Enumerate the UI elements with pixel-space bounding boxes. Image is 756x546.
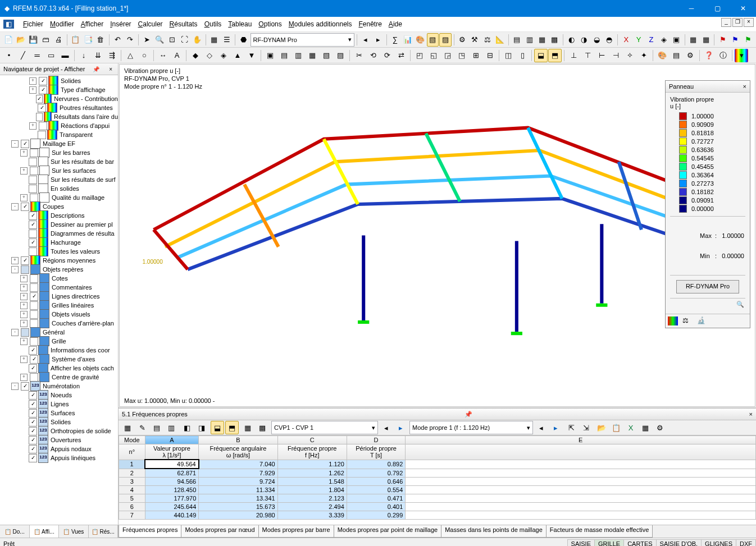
tt-f-icon[interactable]: ▩ xyxy=(256,421,269,434)
tt-d-icon[interactable]: ◨ xyxy=(195,421,208,434)
load2-icon[interactable]: ⇊ xyxy=(91,49,104,62)
expand-icon[interactable]: - xyxy=(11,203,19,210)
text-icon[interactable]: A xyxy=(170,49,184,62)
app-menu-icon[interactable]: ◧ xyxy=(3,20,14,29)
expand-icon[interactable]: + xyxy=(11,257,19,264)
menu-insérer[interactable]: Insérer xyxy=(107,19,134,29)
tree-item[interactable]: +Solides xyxy=(0,76,118,85)
ax2-icon[interactable]: ⊤ xyxy=(581,49,594,62)
table-tab[interactable]: Masses dans les points de maillage xyxy=(441,525,546,538)
navigator-pin-icon[interactable]: 📌 xyxy=(90,66,102,72)
checkbox[interactable] xyxy=(30,167,38,175)
module-icon[interactable]: ⬣ xyxy=(238,33,249,47)
tree-item[interactable]: +Grilles linéaires xyxy=(0,301,118,310)
display-c-icon[interactable]: ▦ xyxy=(536,33,548,47)
menu-résultats[interactable]: Résultats xyxy=(166,19,201,29)
expand-icon[interactable]: + xyxy=(29,77,37,85)
tree-item[interactable]: +Réactions d'appui xyxy=(0,121,118,130)
expand-icon[interactable]: + xyxy=(20,356,28,363)
checkbox[interactable] xyxy=(29,247,37,256)
tree-item[interactable]: -Général xyxy=(0,328,118,337)
display-b-icon[interactable]: ▥ xyxy=(523,33,535,47)
status-cell[interactable]: CARTES xyxy=(623,539,656,546)
checkbox[interactable] xyxy=(29,176,37,184)
view-a-icon[interactable]: ◐ xyxy=(566,33,577,47)
v1-icon[interactable]: ◰ xyxy=(413,49,426,62)
select-icon[interactable]: ➤ xyxy=(141,33,153,47)
rainbow-icon[interactable]: ▾ xyxy=(735,49,748,62)
checkbox[interactable] xyxy=(30,355,38,364)
table-tab[interactable]: Facteurs de masse modale effective xyxy=(546,525,653,538)
tree-item[interactable]: +Grille xyxy=(0,337,118,346)
expand-icon[interactable]: + xyxy=(20,320,28,327)
panel-module-button[interactable]: RF-DYNAM Pro xyxy=(676,280,739,293)
tt-hl1-icon[interactable]: ⬓ xyxy=(211,421,224,434)
ed3-icon[interactable]: ⟳ xyxy=(380,49,394,62)
expand-icon[interactable]: + xyxy=(29,86,37,94)
tool-d-icon[interactable]: 📐 xyxy=(494,33,505,47)
menu-aide[interactable]: Aide xyxy=(385,19,406,29)
status-cell[interactable]: DXF xyxy=(736,539,756,546)
grid-icon[interactable]: ▦ xyxy=(700,33,712,47)
table-tab[interactable]: Modes propres par barre xyxy=(258,525,334,538)
menu-fichier[interactable]: Fichier xyxy=(20,19,47,29)
menu-fenêtre[interactable]: Fenêtre xyxy=(355,19,385,29)
zoom-icon[interactable]: 🔍 xyxy=(153,33,165,47)
panel-close-icon[interactable]: × xyxy=(743,83,746,90)
tree-item[interactable]: +Centre de gravité xyxy=(0,373,118,382)
expand-icon[interactable]: + xyxy=(20,302,28,309)
checkbox[interactable] xyxy=(21,256,29,265)
expand-icon[interactable]: + xyxy=(20,275,28,282)
new-icon[interactable]: 📄 xyxy=(2,33,14,47)
ed2-icon[interactable]: ⟲ xyxy=(366,49,380,62)
misc2-icon[interactable]: ◇ xyxy=(203,49,216,62)
open-icon[interactable]: 📂 xyxy=(15,33,26,47)
checkbox[interactable] xyxy=(29,445,37,453)
nav-next-icon[interactable]: ▸ xyxy=(372,33,384,47)
expand-icon[interactable]: - xyxy=(11,266,19,273)
checkbox[interactable] xyxy=(21,382,29,391)
tree-item[interactable]: 123Lignes xyxy=(0,400,118,409)
expand-icon[interactable]: + xyxy=(20,167,28,175)
view-b-icon[interactable]: ◑ xyxy=(578,33,590,47)
checkbox[interactable] xyxy=(30,274,38,283)
tree-item[interactable]: +Type d'affichage xyxy=(0,85,118,94)
expand-icon[interactable]: + xyxy=(20,311,28,318)
checkbox[interactable] xyxy=(30,194,38,202)
results-table[interactable]: ModeABCDEn°Valeur propreλ [1/s²]Fréquenc… xyxy=(119,435,756,520)
checkbox[interactable] xyxy=(30,301,38,310)
checkbox[interactable] xyxy=(36,95,43,103)
navigator-tree[interactable]: +Solides+Type d'affichageNervures - Cont… xyxy=(0,75,118,525)
grp3-icon[interactable]: ▥ xyxy=(292,49,305,62)
checkbox[interactable] xyxy=(29,418,37,426)
expand-icon[interactable]: + xyxy=(29,122,37,130)
checkbox[interactable] xyxy=(30,337,38,346)
help-icon[interactable]: ❓ xyxy=(702,49,716,62)
v3-icon[interactable]: ◲ xyxy=(441,49,454,62)
leg-icon[interactable]: ▤ xyxy=(670,49,683,62)
checkbox[interactable] xyxy=(38,131,46,139)
nav-tab[interactable]: 📋 Do... xyxy=(0,525,30,538)
table-combo-mode[interactable]: Mode propre 1 (f : 1.120 Hz)▾ xyxy=(409,421,533,434)
checkbox[interactable] xyxy=(29,230,37,238)
tree-item[interactable]: Nervures - Contribution xyxy=(0,94,118,103)
checkbox[interactable] xyxy=(29,409,37,417)
model-canvas[interactable]: 1.00000 xyxy=(120,65,755,406)
tree-item[interactable]: -Coupes xyxy=(0,202,118,211)
checkbox[interactable] xyxy=(21,203,29,211)
misc1-icon[interactable]: ◆ xyxy=(189,49,202,62)
checkbox[interactable] xyxy=(30,292,38,301)
snap-icon[interactable]: ▦ xyxy=(687,33,699,47)
checkbox[interactable] xyxy=(21,265,29,274)
table-tab[interactable]: Modes propres par point de maillage xyxy=(334,525,442,538)
flag-b-icon[interactable]: ⚑ xyxy=(730,33,741,47)
nav-first-icon[interactable]: ◂ xyxy=(359,33,371,47)
tree-item[interactable]: +Objets visuels xyxy=(0,310,118,319)
checkbox[interactable] xyxy=(39,86,47,94)
checkbox[interactable] xyxy=(29,212,37,220)
tree-item[interactable]: -Maillage EF xyxy=(0,139,118,148)
line-icon[interactable]: ╱ xyxy=(16,49,30,62)
saveall-icon[interactable]: 🗃 xyxy=(40,33,52,47)
tree-item[interactable]: Toutes les valeurs xyxy=(0,247,118,256)
table-combo-case[interactable]: CVP1 - CVP 1▾ xyxy=(271,421,378,434)
